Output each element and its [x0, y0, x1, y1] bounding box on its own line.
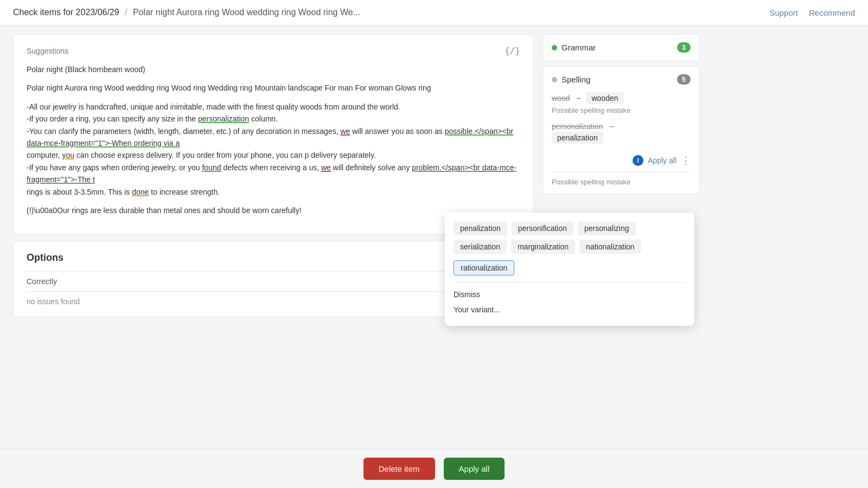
word-replacement-1: wooden: [586, 92, 623, 104]
header: Check items for 2023/06/29 / Polar night…: [0, 0, 868, 25]
recommend-link[interactable]: Recommend: [809, 8, 855, 17]
word-problem: problem.</span><br data-mce-fragment="1"…: [27, 163, 516, 184]
spelling-dot: [552, 77, 557, 82]
word-original-1: wood: [552, 94, 570, 102]
breadcrumb-check: Check items for 2023/06/29: [13, 8, 119, 17]
word-original-2: personalization: [552, 122, 603, 131]
suggestions-card: Suggestions {/} Polar night (Black hornb…: [13, 34, 534, 234]
spelling-card: Spelling 5 wood → wooden Possible spelli…: [542, 66, 700, 194]
word-done: done: [132, 188, 149, 196]
grammar-label: Grammar: [561, 43, 596, 52]
header-actions: Support Recommend: [769, 8, 855, 17]
suggestion-para-2: Polar night Aurora ring Wood wedding rin…: [27, 82, 520, 94]
word-personalization: personalization: [198, 114, 249, 123]
spelling-badge: 5: [677, 74, 691, 85]
apply-all-button[interactable]: Apply all: [444, 458, 505, 480]
arrow-icon-1: →: [574, 94, 582, 102]
chip-nationalization[interactable]: nationalization: [579, 240, 641, 254]
grammar-badge: 3: [677, 42, 691, 53]
suggestions-title: Suggestions: [27, 47, 68, 55]
page-title: Check items for 2023/06/29 / Polar night…: [13, 8, 360, 17]
bottom-bar: Delete item Apply all: [0, 449, 868, 488]
word-found: found: [202, 163, 221, 172]
suggestions-header: Suggestions {/}: [27, 46, 520, 56]
apply-all-row: i Apply all ⋮: [552, 150, 691, 166]
chip-marginalization[interactable]: marginalization: [511, 240, 575, 254]
word-we: we: [340, 127, 350, 136]
more-icon[interactable]: ⋮: [681, 155, 691, 166]
code-icon: {/}: [505, 46, 520, 56]
correction-personalization: personalization → penalization: [552, 122, 691, 143]
word-we2: we: [321, 163, 331, 172]
spelling-dropdown: penalization personification personalizi…: [445, 213, 694, 326]
word-you: you: [62, 151, 74, 159]
chip-personalizing[interactable]: personalizing: [578, 221, 636, 235]
word-replacement-2: penalization: [552, 132, 603, 144]
chip-rationalization[interactable]: rationalization: [454, 260, 514, 275]
suggestion-para-1: Polar night (Black hornbeam wood): [27, 63, 520, 75]
suggestion-para-3: -All our jewelry is handcrafted, unique …: [27, 101, 520, 198]
correction-note-1: Possible spelling mistake: [552, 106, 691, 114]
chip-serialization[interactable]: serialization: [454, 240, 507, 254]
correction-row-1: wood → wooden: [552, 92, 691, 104]
dismiss-option[interactable]: Dismiss: [454, 287, 686, 302]
correction-note-2: Possible spelling mistake: [552, 178, 691, 186]
spelling-label: Spelling: [561, 75, 590, 84]
suggestion-chips-row-2: rationalization: [454, 260, 686, 275]
variant-option[interactable]: Your variant...: [454, 302, 686, 317]
grammar-dot: [552, 45, 557, 50]
delete-button[interactable]: Delete item: [363, 458, 435, 480]
grammar-left: Grammar: [552, 43, 596, 52]
dropdown-divider: [454, 282, 686, 282]
correction-row-2: personalization →: [552, 122, 691, 131]
info-icon: i: [633, 155, 643, 166]
spelling-left: Spelling: [552, 75, 590, 84]
breadcrumb-separator: /: [125, 8, 127, 17]
main-layout: Suggestions {/} Polar night (Black hornb…: [0, 25, 868, 481]
chip-penalization[interactable]: penalization: [454, 221, 507, 235]
spelling-header: Spelling 5: [552, 74, 691, 85]
apply-all-link[interactable]: Apply all: [648, 156, 676, 165]
arrow-icon-2: →: [607, 122, 615, 131]
breadcrumb-item: Polar night Aurora ring Wood wedding rin…: [133, 8, 360, 17]
grammar-card: Grammar 3: [542, 34, 700, 61]
suggestion-chips-row: penalization personification personalizi…: [454, 221, 686, 254]
support-link[interactable]: Support: [769, 8, 798, 17]
word-possible: possible.</span><br data-mce-fragment="1…: [27, 127, 513, 147]
correction-wood: wood → wooden Possible spelling mistake: [552, 92, 691, 114]
chip-personification[interactable]: personification: [512, 221, 573, 235]
suggestions-body: Polar night (Black hornbeam wood) Polar …: [27, 63, 520, 216]
